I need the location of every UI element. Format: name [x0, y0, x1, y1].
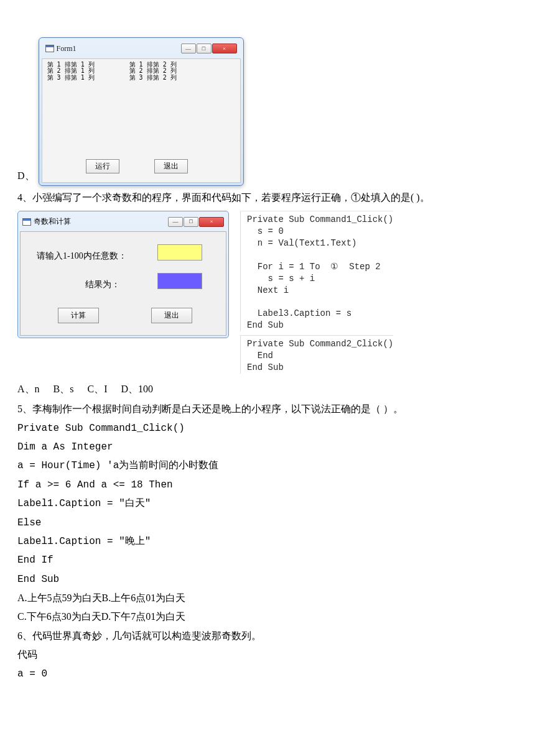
q6-stem: 6、代码世界真奇妙，几句话就可以构造斐波那奇数列。: [17, 627, 518, 645]
q6-code-label: 代码: [17, 645, 518, 664]
q4-option-d: D、100: [121, 380, 153, 399]
run-button[interactable]: 运行: [86, 159, 119, 173]
close-button[interactable]: ×: [212, 44, 237, 53]
q5-code-l3: a = Hour(Time) 'a为当前时间的小时数值: [17, 456, 518, 475]
q4-option-c: C、I: [87, 380, 107, 399]
q5-code-l9: End Sub: [17, 570, 518, 589]
q4-options: A、n B、s C、I D、100: [17, 380, 518, 399]
q5-code-l7: Label1.Caption = "晚上": [17, 532, 518, 551]
close-button[interactable]: ×: [199, 217, 224, 227]
form1-title: Form1: [57, 42, 77, 56]
q5-code-l4: If a >= 6 And a <= 18 Then: [17, 476, 518, 494]
q4-code-block-2: Private Sub Command2_Click() End End Sub: [240, 335, 393, 374]
form1-output-col2: 第 1 排第 2 列 第 2 排第 2 列 第 3 排第 2 列: [129, 62, 177, 81]
option-d-label: D、: [17, 167, 35, 185]
q4-input-field[interactable]: [157, 244, 202, 260]
q5-code-l5: Label1.Caption = "白天": [17, 494, 518, 513]
q4-option-b: B、s: [54, 380, 74, 399]
q5-code-l1: Private Sub Command1_Click(): [17, 419, 518, 438]
q6-code-l2: a = 0: [17, 665, 518, 683]
q5-options-line1: A.上午5点59为白天B.上午6点01为白天: [17, 589, 518, 607]
form1-output-col1: 第 1 排第 1 列 第 2 排第 1 列 第 3 排第 1 列: [47, 62, 95, 81]
vb-form-icon: [45, 45, 54, 52]
form1-client: 第 1 排第 1 列 第 2 排第 1 列 第 3 排第 1 列 第 1 排第 …: [42, 58, 241, 183]
q5-stem: 5、李梅制作一个根据时间自动判断是白天还是晚上的小程序，以下说法正确的是（ ）。: [17, 400, 518, 418]
q5-code-l2: Dim a As Integer: [17, 438, 518, 456]
maximize-button[interactable]: □: [197, 44, 212, 53]
q4-code-panel: Private Sub Command1_Click() s = 0 n = V…: [240, 211, 393, 374]
q4-code-block-1: Private Sub Command1_Click() s = 0 n = V…: [240, 211, 393, 331]
q4-window: 奇数和计算 — □ × 请输入1-100内任意数： 结果为： 计算 退出: [17, 211, 229, 338]
q4-input-label: 请输入1-100内任意数：: [32, 246, 132, 267]
q4-result-box: [157, 273, 202, 289]
exit-button[interactable]: 退出: [151, 308, 192, 323]
vb-form-icon: [22, 218, 31, 226]
q4-option-a: A、n: [17, 380, 40, 399]
q5-options-line2: C.下午6点30为白天D.下午7点01为白天: [17, 607, 518, 626]
form1-titlebar[interactable]: Form1 — □ ×: [42, 40, 241, 58]
exit-button[interactable]: 退出: [154, 159, 188, 173]
q4-titlebar[interactable]: 奇数和计算 — □ ×: [20, 213, 226, 231]
q4-client: 请输入1-100内任意数： 结果为： 计算 退出: [20, 231, 226, 336]
maximize-button[interactable]: □: [184, 217, 198, 227]
q4-stem: 4、小强编写了一个求奇数和的程序，界面和代码如下，若要程序运行正确，①处填入的是…: [17, 188, 518, 207]
minimize-button[interactable]: —: [181, 44, 196, 53]
minimize-button[interactable]: —: [168, 217, 183, 227]
q5-code-l8: End If: [17, 551, 518, 569]
q4-title: 奇数和计算: [34, 214, 71, 229]
q5-code-l6: Else: [17, 514, 518, 532]
calc-button[interactable]: 计算: [58, 308, 99, 323]
q4-result-label: 结果为：: [80, 274, 125, 296]
form1-window: Form1 — □ × 第 1 排第 1 列 第 2 排第 1 列 第 3 排第…: [39, 37, 244, 186]
